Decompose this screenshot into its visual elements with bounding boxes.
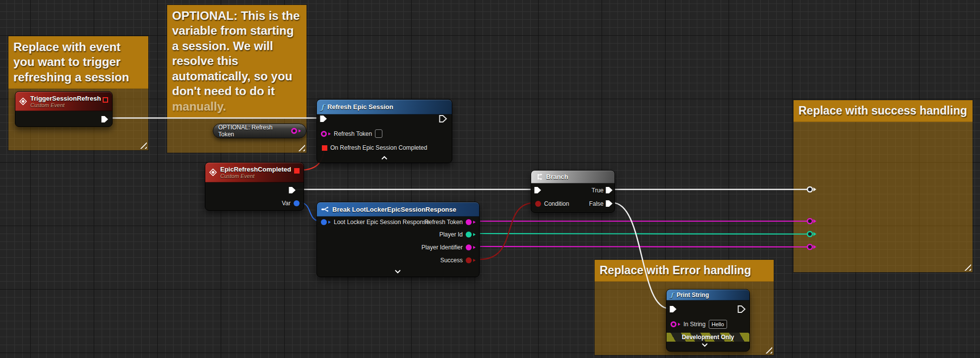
in-string-pin[interactable] (671, 321, 676, 327)
exec-in-pin[interactable] (534, 186, 542, 194)
var-out-pin[interactable] (294, 200, 300, 206)
pin-arrow-icon (473, 246, 476, 249)
collapse-up-icon[interactable] (381, 156, 388, 160)
exec-out-pin[interactable] (288, 186, 297, 194)
break-struct-icon (321, 206, 329, 213)
node-trigger-session-refresh[interactable]: TriggerSessionRefresh Custom Event (15, 91, 113, 127)
refresh-token-pin[interactable] (321, 131, 327, 137)
node-title: TriggerSessionRefresh (30, 95, 101, 102)
out-pin-success[interactable] (466, 257, 472, 263)
out-label-refresh-token: Refresh Token (425, 219, 463, 226)
delegate-pin-icon[interactable] (294, 168, 300, 174)
in-string-input[interactable]: Hello (709, 320, 727, 329)
variable-label: OPTIONAL: Refresh Token (218, 124, 288, 138)
on-completed-delegate-pin[interactable] (322, 145, 327, 151)
comment-success[interactable]: Replace with success handling (793, 100, 973, 273)
wire-player-identifier (480, 246, 807, 247)
variable-out-pin[interactable] (291, 128, 297, 134)
node-refresh-epic-session[interactable]: ƒ Refresh Epic Session Refresh Token On … (316, 99, 452, 163)
exec-in-pin[interactable] (319, 115, 328, 123)
function-icon: ƒ (321, 103, 324, 111)
condition-label: Condition (544, 200, 569, 207)
development-only-label: Development Only (682, 334, 734, 341)
delegate-pin-icon[interactable] (103, 97, 108, 103)
exec-out-pin[interactable] (737, 305, 746, 313)
condition-pin[interactable] (535, 201, 541, 207)
blueprint-graph-canvas[interactable]: Replace with event you want to trigger r… (0, 0, 980, 358)
pin-arrow-icon (328, 221, 331, 224)
node-break-lootlocker-epic-session-response[interactable]: Break LootLockerEpicSessionResponse Loot… (316, 202, 480, 277)
true-exec-out-pin[interactable] (605, 186, 613, 194)
pin-arrow-icon (678, 323, 680, 326)
exec-out-pin[interactable] (101, 115, 109, 123)
in-string-label: In String (683, 321, 706, 328)
false-label: False (589, 200, 604, 207)
on-completed-label: On Refresh Epic Session Completed (330, 144, 427, 151)
refresh-token-input[interactable] (375, 129, 382, 138)
node-optional-refresh-token-var[interactable]: OPTIONAL: Refresh Token (213, 123, 306, 138)
struct-in-label: Loot Locker Epic Session Response (334, 219, 429, 226)
node-title: EpicRefreshCompleted (220, 166, 291, 173)
exec-out-pin[interactable] (439, 115, 447, 123)
comment-success-body (794, 118, 973, 272)
true-label: True (592, 187, 604, 194)
out-label-player-identifier: Player Identifier (422, 244, 463, 251)
expand-down-icon[interactable] (701, 343, 708, 347)
exec-in-pin[interactable] (669, 305, 677, 313)
function-icon: ƒ (671, 292, 673, 298)
custom-event-icon (209, 169, 217, 176)
pin-arrow-icon (473, 221, 476, 224)
wire-player-id (480, 234, 807, 234)
pin-arrow-icon (473, 259, 476, 262)
out-label-success: Success (440, 257, 463, 264)
node-epic-refresh-completed[interactable]: EpicRefreshCompleted Custom Event Var (205, 162, 304, 211)
wire-success-to-condition (480, 203, 535, 259)
pin-arrow-icon (328, 132, 331, 135)
pin-arrow-icon (473, 233, 476, 236)
out-pin-refresh-token[interactable] (466, 219, 472, 225)
node-print-string[interactable]: ƒ Print String In String Hello Developme… (666, 289, 750, 352)
branch-icon (535, 173, 543, 180)
node-subtitle: Custom Event (30, 102, 101, 108)
node-title: Refresh Epic Session (327, 103, 393, 111)
pin-arrow-icon (299, 129, 301, 132)
var-label: Var (282, 200, 291, 207)
out-pin-player-identifier[interactable] (466, 244, 472, 250)
node-subtitle: Custom Event (220, 173, 291, 179)
custom-event-icon (19, 98, 27, 105)
node-title: Branch (546, 173, 568, 180)
out-label-player-id: Player Id (439, 231, 463, 238)
struct-in-pin[interactable] (321, 219, 327, 225)
comment-trigger-title[interactable]: Replace with event you want to trigger r… (8, 36, 148, 89)
out-pin-player-id[interactable] (466, 232, 472, 238)
expand-down-icon[interactable] (394, 270, 401, 274)
node-title: Print String (676, 292, 709, 298)
node-title: Break LootLockerEpicSessionResponse (332, 206, 456, 213)
development-only-banner: Development Only (667, 333, 749, 342)
refresh-token-label: Refresh Token (334, 130, 372, 137)
false-exec-out-pin[interactable] (605, 199, 613, 208)
node-branch[interactable]: Branch Condition True False (531, 170, 615, 213)
